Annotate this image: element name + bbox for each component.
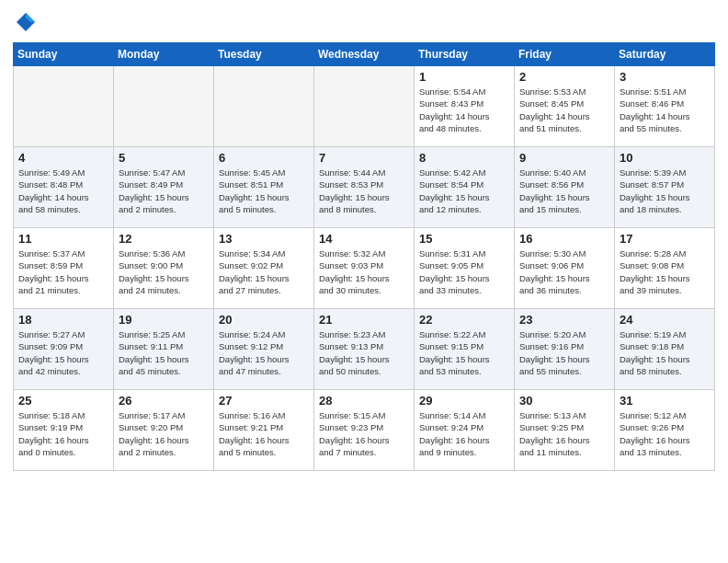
calendar-cell xyxy=(314,66,415,147)
day-number: 17 xyxy=(620,232,710,246)
day-info: Sunrise: 5:42 AM Sunset: 8:54 PM Dayligh… xyxy=(419,167,509,215)
day-number: 10 xyxy=(620,151,710,165)
weekday-header-row: SundayMondayTuesdayWednesdayThursdayFrid… xyxy=(14,43,715,66)
day-number: 21 xyxy=(319,313,409,327)
weekday-header-friday: Friday xyxy=(515,43,615,66)
calendar-cell: 21Sunrise: 5:23 AM Sunset: 9:13 PM Dayli… xyxy=(314,309,415,390)
day-number: 18 xyxy=(18,313,108,327)
calendar-cell: 14Sunrise: 5:32 AM Sunset: 9:03 PM Dayli… xyxy=(314,228,415,309)
calendar-cell: 29Sunrise: 5:14 AM Sunset: 9:24 PM Dayli… xyxy=(415,390,515,471)
day-info: Sunrise: 5:16 AM Sunset: 9:21 PM Dayligh… xyxy=(219,409,309,458)
day-info: Sunrise: 5:28 AM Sunset: 9:08 PM Dayligh… xyxy=(620,247,710,296)
day-number: 14 xyxy=(319,232,409,246)
day-number: 24 xyxy=(620,313,710,327)
calendar-cell: 16Sunrise: 5:30 AM Sunset: 9:06 PM Dayli… xyxy=(515,228,615,309)
day-number: 28 xyxy=(319,394,409,408)
day-info: Sunrise: 5:53 AM Sunset: 8:45 PM Dayligh… xyxy=(519,86,609,134)
day-info: Sunrise: 5:47 AM Sunset: 8:49 PM Dayligh… xyxy=(119,167,209,215)
day-number: 25 xyxy=(18,394,108,408)
calendar-cell: 17Sunrise: 5:28 AM Sunset: 9:08 PM Dayli… xyxy=(615,228,715,309)
day-number: 22 xyxy=(419,313,509,327)
day-number: 8 xyxy=(419,151,509,165)
page: SundayMondayTuesdayWednesdayThursdayFrid… xyxy=(0,0,728,563)
day-number: 31 xyxy=(620,394,710,408)
day-number: 3 xyxy=(620,70,710,84)
day-info: Sunrise: 5:51 AM Sunset: 8:46 PM Dayligh… xyxy=(620,86,710,134)
day-info: Sunrise: 5:17 AM Sunset: 9:20 PM Dayligh… xyxy=(119,409,209,458)
day-info: Sunrise: 5:31 AM Sunset: 9:05 PM Dayligh… xyxy=(419,247,509,296)
day-number: 1 xyxy=(419,70,509,84)
day-number: 6 xyxy=(219,151,309,165)
calendar-cell: 30Sunrise: 5:13 AM Sunset: 9:25 PM Dayli… xyxy=(515,390,615,471)
header xyxy=(13,9,715,35)
calendar-cell: 22Sunrise: 5:22 AM Sunset: 9:15 PM Dayli… xyxy=(415,309,515,390)
calendar-week-5: 25Sunrise: 5:18 AM Sunset: 9:19 PM Dayli… xyxy=(14,390,715,471)
day-info: Sunrise: 5:54 AM Sunset: 8:43 PM Dayligh… xyxy=(419,86,509,134)
day-info: Sunrise: 5:13 AM Sunset: 9:25 PM Dayligh… xyxy=(519,409,609,458)
day-info: Sunrise: 5:34 AM Sunset: 9:02 PM Dayligh… xyxy=(219,247,309,296)
calendar-cell: 6Sunrise: 5:45 AM Sunset: 8:51 PM Daylig… xyxy=(214,147,314,228)
calendar-cell: 20Sunrise: 5:24 AM Sunset: 9:12 PM Dayli… xyxy=(214,309,314,390)
day-number: 29 xyxy=(419,394,509,408)
logo-icon xyxy=(13,9,39,35)
day-info: Sunrise: 5:32 AM Sunset: 9:03 PM Dayligh… xyxy=(319,247,409,296)
day-info: Sunrise: 5:37 AM Sunset: 8:59 PM Dayligh… xyxy=(18,247,108,296)
weekday-header-sunday: Sunday xyxy=(14,43,114,66)
calendar: SundayMondayTuesdayWednesdayThursdayFrid… xyxy=(13,42,715,471)
day-info: Sunrise: 5:40 AM Sunset: 8:56 PM Dayligh… xyxy=(519,167,609,215)
calendar-cell: 3Sunrise: 5:51 AM Sunset: 8:46 PM Daylig… xyxy=(615,66,715,147)
calendar-cell: 13Sunrise: 5:34 AM Sunset: 9:02 PM Dayli… xyxy=(214,228,314,309)
weekday-header-saturday: Saturday xyxy=(615,43,715,66)
day-number: 16 xyxy=(519,232,609,246)
day-number: 13 xyxy=(219,232,309,246)
day-info: Sunrise: 5:14 AM Sunset: 9:24 PM Dayligh… xyxy=(419,409,509,458)
calendar-cell: 4Sunrise: 5:49 AM Sunset: 8:48 PM Daylig… xyxy=(14,147,114,228)
calendar-cell xyxy=(114,66,214,147)
calendar-cell xyxy=(14,66,114,147)
day-number: 23 xyxy=(519,313,609,327)
day-number: 9 xyxy=(519,151,609,165)
weekday-header-monday: Monday xyxy=(114,43,214,66)
calendar-cell: 15Sunrise: 5:31 AM Sunset: 9:05 PM Dayli… xyxy=(415,228,515,309)
day-number: 26 xyxy=(119,394,209,408)
calendar-cell: 12Sunrise: 5:36 AM Sunset: 9:00 PM Dayli… xyxy=(114,228,214,309)
day-info: Sunrise: 5:27 AM Sunset: 9:09 PM Dayligh… xyxy=(18,328,108,377)
calendar-cell: 10Sunrise: 5:39 AM Sunset: 8:57 PM Dayli… xyxy=(615,147,715,228)
day-number: 2 xyxy=(519,70,609,84)
day-number: 20 xyxy=(219,313,309,327)
day-number: 12 xyxy=(119,232,209,246)
calendar-cell: 19Sunrise: 5:25 AM Sunset: 9:11 PM Dayli… xyxy=(114,309,214,390)
calendar-cell xyxy=(214,66,314,147)
calendar-cell: 5Sunrise: 5:47 AM Sunset: 8:49 PM Daylig… xyxy=(114,147,214,228)
day-number: 27 xyxy=(219,394,309,408)
calendar-cell: 8Sunrise: 5:42 AM Sunset: 8:54 PM Daylig… xyxy=(415,147,515,228)
day-info: Sunrise: 5:36 AM Sunset: 9:00 PM Dayligh… xyxy=(119,247,209,296)
calendar-cell: 23Sunrise: 5:20 AM Sunset: 9:16 PM Dayli… xyxy=(515,309,615,390)
weekday-header-wednesday: Wednesday xyxy=(314,43,415,66)
day-info: Sunrise: 5:45 AM Sunset: 8:51 PM Dayligh… xyxy=(219,167,309,215)
calendar-cell: 9Sunrise: 5:40 AM Sunset: 8:56 PM Daylig… xyxy=(515,147,615,228)
calendar-cell: 24Sunrise: 5:19 AM Sunset: 9:18 PM Dayli… xyxy=(615,309,715,390)
calendar-week-4: 18Sunrise: 5:27 AM Sunset: 9:09 PM Dayli… xyxy=(14,309,715,390)
day-info: Sunrise: 5:12 AM Sunset: 9:26 PM Dayligh… xyxy=(620,409,710,458)
day-info: Sunrise: 5:30 AM Sunset: 9:06 PM Dayligh… xyxy=(519,247,609,296)
calendar-cell: 2Sunrise: 5:53 AM Sunset: 8:45 PM Daylig… xyxy=(515,66,615,147)
day-number: 4 xyxy=(18,151,108,165)
day-number: 11 xyxy=(18,232,108,246)
calendar-cell: 28Sunrise: 5:15 AM Sunset: 9:23 PM Dayli… xyxy=(314,390,415,471)
day-number: 19 xyxy=(119,313,209,327)
day-info: Sunrise: 5:22 AM Sunset: 9:15 PM Dayligh… xyxy=(419,328,509,377)
weekday-header-tuesday: Tuesday xyxy=(214,43,314,66)
day-info: Sunrise: 5:18 AM Sunset: 9:19 PM Dayligh… xyxy=(18,409,108,458)
day-info: Sunrise: 5:39 AM Sunset: 8:57 PM Dayligh… xyxy=(620,167,710,215)
day-info: Sunrise: 5:25 AM Sunset: 9:11 PM Dayligh… xyxy=(119,328,209,377)
calendar-week-1: 1Sunrise: 5:54 AM Sunset: 8:43 PM Daylig… xyxy=(14,66,715,147)
day-info: Sunrise: 5:15 AM Sunset: 9:23 PM Dayligh… xyxy=(319,409,409,458)
calendar-cell: 11Sunrise: 5:37 AM Sunset: 8:59 PM Dayli… xyxy=(14,228,114,309)
day-info: Sunrise: 5:23 AM Sunset: 9:13 PM Dayligh… xyxy=(319,328,409,377)
day-info: Sunrise: 5:24 AM Sunset: 9:12 PM Dayligh… xyxy=(219,328,309,377)
day-info: Sunrise: 5:19 AM Sunset: 9:18 PM Dayligh… xyxy=(620,328,710,377)
day-info: Sunrise: 5:20 AM Sunset: 9:16 PM Dayligh… xyxy=(519,328,609,377)
day-number: 7 xyxy=(319,151,409,165)
calendar-cell: 31Sunrise: 5:12 AM Sunset: 9:26 PM Dayli… xyxy=(615,390,715,471)
